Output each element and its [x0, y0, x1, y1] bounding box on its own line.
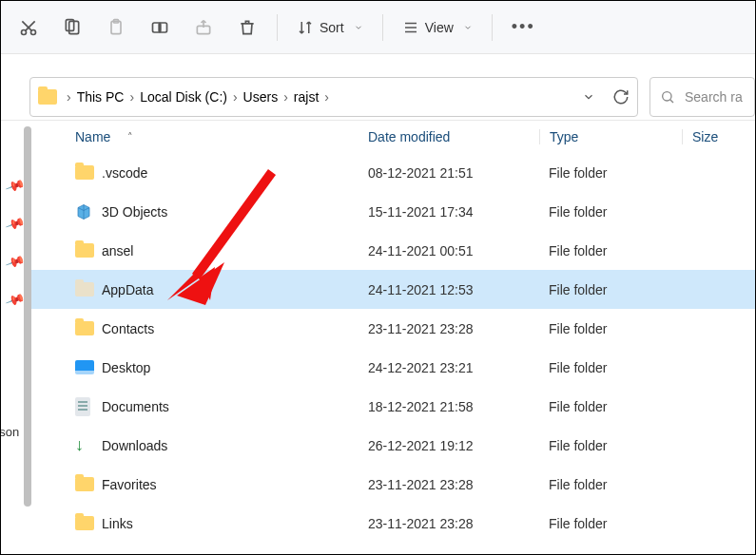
copy-button[interactable] — [52, 9, 92, 47]
content-area: 📌 📌 📌 📌 rson Name˄ Date modified Type Si… — [1, 121, 755, 554]
nav-item-truncated[interactable]: rson — [0, 425, 19, 439]
file-row[interactable]: Desktop24-12-2021 23:21File folder — [29, 348, 755, 387]
sort-label: Sort — [320, 20, 344, 35]
file-name: Links — [102, 516, 368, 531]
file-type: File folder — [539, 399, 682, 414]
file-name: Documents — [102, 399, 368, 414]
file-type: File folder — [539, 321, 682, 336]
col-name[interactable]: Name — [75, 129, 110, 144]
toolbar-separator — [382, 14, 383, 41]
toolbar: Sort View ••• — [1, 1, 755, 54]
paste-button[interactable] — [96, 9, 136, 47]
folder-icon — [75, 282, 102, 297]
svg-point-14 — [663, 91, 671, 100]
file-row[interactable]: .vscode08-12-2021 21:51File folder — [29, 153, 755, 192]
address-bar[interactable]: ›This PC ›Local Disk (C:) ›Users ›rajst› — [29, 77, 638, 117]
toolbar-separator — [492, 14, 493, 41]
view-dropdown[interactable]: View — [393, 9, 482, 47]
sort-dropdown[interactable]: Sort — [287, 9, 373, 47]
refresh-button[interactable] — [612, 88, 630, 105]
file-type: File folder — [539, 438, 682, 453]
file-date: 24-11-2021 00:51 — [368, 243, 539, 258]
file-type: File folder — [539, 516, 682, 531]
file-row[interactable]: AppData24-11-2021 12:53File folder — [29, 270, 755, 309]
nav-scrollbar[interactable] — [24, 126, 31, 507]
file-type: File folder — [539, 165, 682, 181]
file-date: 18-12-2021 21:58 — [368, 399, 539, 414]
file-date: 23-11-2021 23:28 — [368, 321, 539, 336]
file-row[interactable]: ↓Downloads26-12-2021 19:12File folder — [29, 426, 755, 465]
chevron-down-icon — [463, 23, 473, 32]
view-label: View — [425, 20, 454, 35]
file-type: File folder — [539, 360, 682, 375]
pin-icon[interactable]: 📌 — [4, 175, 25, 196]
breadcrumb-item[interactable]: rajst — [294, 89, 319, 105]
col-date[interactable]: Date modified — [368, 129, 539, 144]
cut-button[interactable] — [9, 9, 48, 47]
breadcrumb-item[interactable]: This PC — [77, 89, 125, 105]
rename-button[interactable] — [140, 9, 180, 47]
search-placeholder: Search ra — [685, 89, 743, 105]
col-type[interactable]: Type — [539, 129, 682, 144]
nav-rail: 📌 📌 📌 📌 rson — [1, 121, 29, 554]
col-size[interactable]: Size — [682, 129, 748, 144]
chevron-down-icon — [354, 23, 363, 32]
pin-icon[interactable]: 📌 — [4, 213, 25, 234]
file-date: 24-12-2021 23:21 — [368, 360, 539, 375]
file-date: 08-12-2021 21:51 — [368, 165, 539, 181]
file-row[interactable]: Favorites23-11-2021 23:28File folder — [29, 465, 755, 504]
download-icon: ↓ — [75, 435, 102, 455]
file-type: File folder — [539, 243, 682, 258]
column-headers: Name˄ Date modified Type Size — [29, 121, 755, 153]
search-input[interactable]: Search ra — [649, 77, 755, 117]
pin-icon[interactable]: 📌 — [4, 289, 25, 310]
folder-icon — [75, 516, 102, 530]
folder-icon — [38, 89, 57, 105]
breadcrumb-item[interactable]: Users — [243, 89, 279, 105]
doc-icon — [75, 397, 102, 416]
file-date: 24-11-2021 12:53 — [368, 282, 539, 297]
file-name: Favorites — [102, 477, 368, 492]
file-type: File folder — [539, 204, 682, 220]
file-name: AppData — [102, 282, 368, 297]
breadcrumb-item[interactable]: Local Disk (C:) — [140, 89, 227, 105]
file-name: ansel — [102, 243, 368, 258]
file-date: 23-11-2021 23:28 — [368, 516, 539, 531]
delete-button[interactable] — [227, 9, 267, 47]
file-date: 26-12-2021 19:12 — [368, 438, 539, 453]
file-name: Contacts — [102, 321, 368, 336]
pin-icon[interactable]: 📌 — [4, 251, 25, 272]
file-row[interactable]: Links23-11-2021 23:28File folder — [29, 504, 755, 543]
folder-icon — [75, 321, 102, 335]
svg-line-15 — [670, 99, 673, 102]
share-button[interactable] — [184, 9, 223, 47]
folder-icon — [75, 477, 102, 491]
file-date: 15-11-2021 17:34 — [368, 204, 539, 220]
file-row[interactable]: Documents18-12-2021 21:58File folder — [29, 387, 755, 426]
search-icon — [660, 89, 675, 105]
address-row: ›This PC ›Local Disk (C:) ›Users ›rajst›… — [1, 54, 755, 121]
desktop-icon — [75, 360, 102, 374]
file-row[interactable]: 3D Objects15-11-2021 17:34File folder — [29, 192, 755, 231]
file-name: Downloads — [102, 438, 368, 453]
sort-indicator-icon: ˄ — [116, 131, 145, 144]
file-date: 23-11-2021 23:28 — [368, 477, 539, 492]
overflow-menu[interactable]: ••• — [502, 17, 545, 37]
cube-icon — [75, 203, 102, 220]
folder-icon — [75, 165, 102, 180]
file-row[interactable]: ansel24-11-2021 00:51File folder — [29, 231, 755, 270]
file-type: File folder — [539, 477, 682, 492]
recent-locations-dropdown[interactable] — [582, 90, 595, 104]
file-list: Name˄ Date modified Type Size .vscode08-… — [29, 121, 755, 554]
file-type: File folder — [539, 282, 682, 297]
file-name: Desktop — [102, 360, 368, 375]
file-name: .vscode — [102, 165, 368, 181]
folder-icon — [75, 243, 102, 258]
toolbar-separator — [277, 14, 278, 41]
file-row[interactable]: Contacts23-11-2021 23:28File folder — [29, 309, 755, 348]
file-name: 3D Objects — [102, 204, 368, 220]
